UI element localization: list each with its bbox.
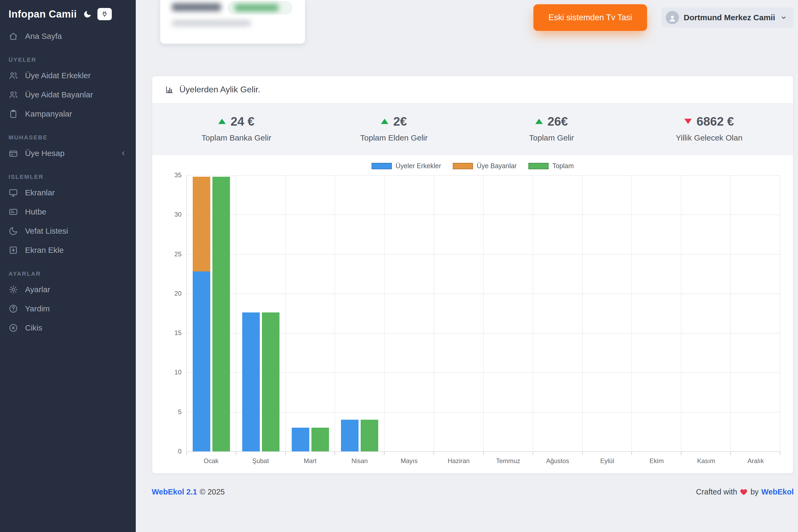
footer: WebEkol 2.1 © 2025 Crafted with by WebEk… bbox=[152, 488, 794, 507]
stat-value: 6862 € bbox=[697, 114, 734, 129]
sidebar-item-label: Hutbe bbox=[25, 207, 46, 216]
legend-swatch bbox=[453, 163, 473, 169]
stacked-bar bbox=[292, 175, 309, 451]
dark-mode-toggle[interactable] bbox=[83, 10, 92, 19]
plot-wrap: 35302520151050 bbox=[186, 175, 780, 452]
monitor-icon bbox=[8, 188, 18, 197]
sidebar-item-label: Ekranlar bbox=[25, 188, 55, 197]
x-axis-label: Nisan bbox=[335, 457, 384, 465]
bar-uyeler-erkekler bbox=[292, 428, 309, 451]
sidebar-item-kampanyalar[interactable]: Kampanyalar bbox=[0, 104, 136, 124]
footer-webekol-link[interactable]: WebEkol bbox=[761, 488, 794, 496]
trend-up-icon bbox=[535, 119, 543, 124]
sidebar-item-label: Üye Aidat Bayanlar bbox=[25, 90, 93, 99]
gear-icon bbox=[8, 285, 18, 294]
bar-chart-icon bbox=[165, 85, 174, 94]
stacked-bar bbox=[242, 175, 260, 451]
stat-label: Toplam Gelir bbox=[473, 133, 630, 142]
sidebar-item-ayarlar[interactable]: Ayarlar bbox=[0, 280, 136, 299]
x-axis-label: Ekim bbox=[632, 457, 681, 465]
x-axis-label: Kasım bbox=[681, 457, 731, 465]
sidebar-section-label: ISLEMLER bbox=[8, 173, 127, 180]
x-axis-labels: OcakŞubatMartNisanMayısHaziranTemmuzAğus… bbox=[186, 457, 780, 465]
chart-column-Aralık bbox=[731, 175, 780, 451]
x-axis-label: Eylül bbox=[583, 457, 632, 465]
legend-item[interactable]: Üye Bayanlar bbox=[453, 162, 517, 170]
redacted-dropdown-value bbox=[235, 4, 279, 11]
help-icon bbox=[8, 304, 18, 314]
sidebar-item-cikis[interactable]: Cikis bbox=[0, 318, 136, 338]
sidebar-item-label: Üye Hesap bbox=[25, 149, 64, 158]
sidebar-item-label: Cikis bbox=[25, 323, 42, 332]
stat-yillik: 6862 €Yillik Gelecek Olan bbox=[630, 114, 788, 142]
sidebar-item-ekran-ekle[interactable]: Ekran Ekle bbox=[0, 241, 136, 260]
sidebar-item-uye-aidat-bayanlar[interactable]: Üye Aidat Bayanlar bbox=[0, 85, 136, 104]
bar-uyeler-erkekler bbox=[242, 312, 260, 451]
chart-column-Mayıs bbox=[385, 175, 434, 451]
y-axis-label: 5 bbox=[178, 408, 182, 416]
stat-elden: 2€Toplam Elden Gelir bbox=[315, 114, 473, 142]
redacted-dropdown[interactable] bbox=[227, 1, 292, 14]
x-axis-label: Haziran bbox=[434, 457, 483, 465]
chart-section: Üyeler ErkeklerÜye BayanlarToplam 353025… bbox=[152, 155, 793, 473]
card-header: Üyelerden Aylik Gelir. bbox=[152, 76, 793, 103]
chart-column-Temmuz bbox=[483, 175, 533, 451]
crescent-icon bbox=[8, 226, 18, 236]
bar-toplam bbox=[311, 428, 329, 451]
migrate-button[interactable]: Eski sistemden Tv Tasi bbox=[533, 4, 647, 31]
stat-banka: 24 €Toplam Banka Gelir bbox=[157, 114, 315, 142]
footer-copyright: © 2025 bbox=[200, 488, 225, 496]
redacted-title bbox=[172, 3, 221, 11]
legend-item[interactable]: Toplam bbox=[528, 162, 574, 170]
account-dropdown[interactable]: Dortmund Merkez Camii bbox=[662, 7, 794, 28]
stats-row: 24 €Toplam Banka Gelir2€Toplam Elden Gel… bbox=[152, 103, 793, 155]
sidebar-item-uye-aidat-erkekler[interactable]: Üye Aidat Erkekler bbox=[0, 66, 136, 85]
sidebar-item-label: Yardim bbox=[25, 304, 50, 313]
brand-actions bbox=[83, 8, 112, 20]
bar-toplam bbox=[361, 420, 378, 451]
sidebar-section-label: ÜYELER bbox=[8, 56, 127, 63]
x-axis-label: Aralık bbox=[731, 457, 780, 465]
sidebar-item-yardim[interactable]: Yardim bbox=[0, 299, 136, 318]
sidebar-section-label: MUHASEBE bbox=[8, 134, 127, 141]
sidebar-item-ekranlar[interactable]: Ekranlar bbox=[0, 183, 136, 202]
legend-swatch bbox=[372, 163, 392, 169]
redacted-subtitle bbox=[172, 20, 251, 26]
stat-label: Toplam Elden Gelir bbox=[315, 133, 473, 142]
stat-toplam: 26€Toplam Gelir bbox=[473, 114, 630, 142]
sidebar-item-hutbe[interactable]: Hutbe bbox=[0, 202, 136, 222]
y-axis-label: 20 bbox=[174, 290, 182, 297]
id-card-icon bbox=[8, 207, 18, 216]
y-axis-label: 35 bbox=[174, 171, 182, 179]
crafted-prefix: Crafted with bbox=[696, 488, 737, 496]
chart-legend: Üyeler ErkeklerÜye BayanlarToplam bbox=[163, 162, 782, 170]
plug-button[interactable] bbox=[97, 8, 112, 20]
y-axis-label: 25 bbox=[174, 250, 182, 258]
chart-column-Nisan bbox=[335, 175, 385, 451]
x-axis-label: Temmuz bbox=[483, 457, 533, 465]
bar-uyeler-erkekler bbox=[341, 420, 359, 451]
sidebar-item-vefat-listesi[interactable]: Vefat Listesi bbox=[0, 222, 136, 241]
bar-toplam bbox=[262, 312, 280, 451]
home-icon bbox=[8, 32, 18, 41]
trend-up-icon bbox=[218, 119, 226, 124]
legend-item[interactable]: Üyeler Erkekler bbox=[372, 162, 441, 170]
wallet-icon bbox=[8, 149, 18, 158]
moon-icon bbox=[83, 10, 92, 19]
footer-left: WebEkol 2.1 © 2025 bbox=[152, 488, 225, 496]
main-area: Eski sistemden Tv Tasi Dortmund Merkez C… bbox=[136, 0, 798, 532]
x-axis-label: Ocak bbox=[186, 457, 236, 465]
footer-right: Crafted with by WebEkol bbox=[696, 488, 794, 496]
app-root: Infopan Camii Ana SayfaÜYELERÜye Aidat E… bbox=[0, 0, 798, 532]
income-card: Üyelerden Aylik Gelir. 24 €Toplam Banka … bbox=[152, 76, 794, 474]
chart-column-Mart bbox=[286, 175, 335, 451]
x-axis-label: Ağustos bbox=[533, 457, 583, 465]
card-title: Üyelerden Aylik Gelir. bbox=[179, 84, 260, 94]
avatar bbox=[666, 11, 679, 24]
footer-brand-link[interactable]: WebEkol 2.1 bbox=[152, 488, 197, 496]
sidebar-item-ana-sayfa[interactable]: Ana Sayfa bbox=[0, 26, 136, 46]
sidebar-item-label: Vefat Listesi bbox=[25, 227, 68, 235]
chart-column-Ekim bbox=[632, 175, 681, 451]
sidebar-item-uye-hesap[interactable]: Üye Hesap bbox=[0, 144, 136, 163]
users-icon bbox=[8, 71, 18, 80]
